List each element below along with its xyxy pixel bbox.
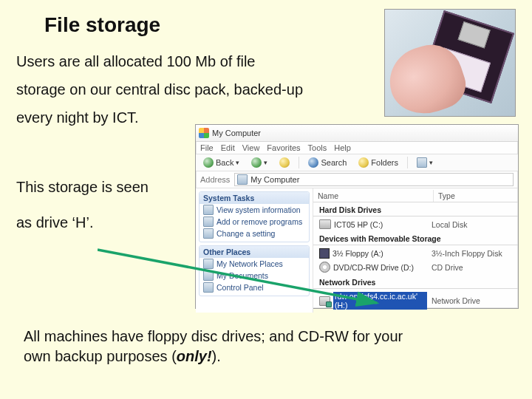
para2-line1: This storage is seen [16, 177, 149, 197]
up-one-level-icon [279, 157, 290, 168]
views-icon [417, 157, 427, 168]
place-network[interactable]: My Network Places [200, 258, 309, 270]
control-panel-icon [203, 282, 214, 293]
footer-line2b: ). [212, 348, 221, 364]
task-change-setting[interactable]: Change a setting [200, 228, 309, 239]
address-bar: Address My Computer [196, 171, 518, 188]
place-label: Control Panel [216, 283, 264, 292]
task-label: Add or remove programs [216, 217, 302, 226]
place-label: My Documents [216, 271, 268, 280]
group-network: Network Drives [313, 275, 518, 289]
window-body: System Tasks View system information Add… [196, 188, 518, 313]
views-button[interactable]: ▾ [414, 157, 436, 168]
back-button[interactable]: Back ▾ [200, 157, 242, 168]
chevron-down-icon: ▾ [264, 159, 267, 166]
drive-name: rdw on 'icfs4.cc.ic.ac.uk' (H:) [333, 292, 427, 310]
folders-label: Folders [371, 158, 398, 167]
place-documents[interactable]: My Documents [200, 270, 309, 282]
drive-type: 3½-Inch Floppy Disk [432, 249, 502, 258]
footer-paragraph: All machines have floppy disc drives; an… [24, 327, 502, 366]
task-view-system-info[interactable]: View system information [200, 204, 309, 216]
column-name[interactable]: Name [313, 190, 434, 202]
drive-h[interactable]: rdw on 'icfs4.cc.ic.ac.uk' (H:) Network … [313, 291, 518, 312]
address-value: My Computer [250, 175, 299, 184]
window-title: My Computer [212, 129, 261, 137]
my-computer-window: My Computer File Edit View Favorites Too… [195, 124, 519, 309]
footer-emph: only! [177, 348, 212, 364]
para2-line2: as drive ‘H’. [16, 213, 93, 233]
menu-favorites[interactable]: Favorites [267, 143, 300, 152]
folders-icon [358, 157, 369, 168]
search-icon [308, 157, 318, 168]
search-label: Search [321, 158, 347, 167]
task-add-remove-programs[interactable]: Add or remove programs [200, 216, 309, 228]
address-label: Address [200, 175, 230, 184]
my-computer-icon [199, 128, 209, 138]
folders-button[interactable]: Folders [355, 157, 401, 168]
back-label: Back [216, 158, 233, 167]
toolbar-divider [299, 157, 299, 168]
system-tasks-panel: System Tasks View system information Add… [199, 191, 310, 242]
forward-button[interactable]: ▾ [248, 157, 270, 168]
address-field[interactable]: My Computer [234, 173, 514, 186]
place-label: My Network Places [216, 259, 283, 268]
footer-line2a: own backup purposes ( [24, 348, 177, 364]
menu-edit[interactable]: Edit [221, 143, 235, 152]
drive-d[interactable]: DVD/CD-RW Drive (D:) CD Drive [313, 261, 518, 275]
programs-icon [203, 216, 214, 227]
drive-name: ICT05 HP (C:) [334, 220, 383, 229]
para1-line1: Users are all allocated 100 Mb of file [16, 52, 256, 72]
my-computer-icon [237, 174, 248, 185]
task-label: Change a setting [216, 229, 275, 238]
slide-title: File storage [44, 13, 160, 37]
drive-name: DVD/CD-RW Drive (D:) [333, 263, 414, 272]
column-type[interactable]: Type [434, 190, 518, 202]
back-icon [203, 157, 214, 168]
menu-view[interactable]: View [242, 143, 260, 152]
tasks-sidebar: System Tasks View system information Add… [196, 188, 313, 313]
window-toolbar: Back ▾ ▾ Search Folders ▾ [196, 154, 518, 171]
forward-icon [251, 157, 262, 168]
network-drive-icon [319, 296, 330, 306]
drive-name: 3½ Floppy (A:) [332, 249, 383, 258]
menu-file[interactable]: File [200, 143, 214, 152]
window-titlebar[interactable]: My Computer [196, 125, 518, 142]
window-menubar: File Edit View Favorites Tools Help [196, 142, 518, 154]
drives-pane: Name Type Hard Disk Drives ICT05 HP (C:)… [313, 188, 518, 313]
drive-a[interactable]: 3½ Floppy (A:) 3½-Inch Floppy Disk [313, 248, 518, 261]
task-label: View system information [216, 205, 301, 214]
group-hdd: Hard Disk Drives [313, 202, 518, 216]
system-tasks-header[interactable]: System Tasks [200, 192, 309, 204]
cd-drive-icon [319, 262, 330, 273]
up-button[interactable] [276, 157, 293, 168]
footer-line1: All machines have floppy disc drives; an… [24, 328, 403, 344]
floppy-disk-photo [384, 9, 516, 117]
drive-type: CD Drive [432, 263, 463, 272]
other-places-header[interactable]: Other Places [200, 246, 309, 258]
other-places-panel: Other Places My Network Places My Docume… [199, 245, 310, 296]
network-places-icon [203, 259, 214, 269]
place-control-panel[interactable]: Control Panel [200, 282, 309, 293]
drive-type: Local Disk [432, 220, 467, 229]
chevron-down-icon: ▾ [429, 159, 433, 166]
para1-line3: every night by ICT. [16, 108, 139, 128]
column-headers: Name Type [313, 190, 518, 202]
menu-help[interactable]: Help [334, 143, 351, 152]
hard-drive-icon [319, 219, 331, 229]
search-button[interactable]: Search [305, 157, 349, 168]
chevron-down-icon: ▾ [236, 159, 239, 166]
documents-icon [203, 270, 214, 281]
drive-c[interactable]: ICT05 HP (C:) Local Disk [313, 219, 518, 231]
info-icon [203, 205, 214, 215]
para1-line2: storage on our central disc pack, backed… [16, 80, 303, 100]
settings-icon [203, 228, 214, 239]
menu-tools[interactable]: Tools [308, 143, 327, 152]
floppy-drive-icon [319, 248, 330, 259]
drive-type: Network Drive [432, 296, 480, 305]
group-removable: Devices with Removable Storage [313, 231, 518, 245]
toolbar-divider [407, 157, 408, 168]
